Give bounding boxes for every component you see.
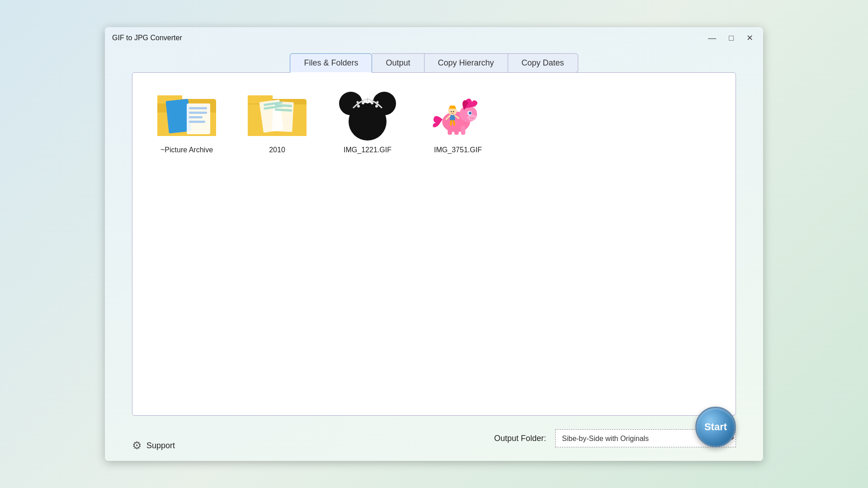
svg-point-40	[467, 115, 476, 121]
svg-point-34	[372, 98, 374, 100]
folder-open-icon	[157, 91, 216, 141]
minimize-button[interactable]: —	[705, 33, 719, 43]
support-area[interactable]: ⚙ Support	[132, 439, 175, 452]
close-button[interactable]: ✕	[744, 33, 756, 43]
svg-point-35	[377, 101, 379, 103]
list-item[interactable]: 2010	[241, 86, 313, 159]
svg-point-33	[366, 95, 369, 98]
svg-point-20	[349, 103, 387, 141]
svg-point-31	[357, 101, 359, 103]
bottom-row: Output Folder: Sibe-by-Side with Origina…	[105, 425, 763, 461]
svg-point-32	[362, 98, 364, 100]
start-button[interactable]: Start	[695, 407, 736, 447]
svg-rect-5	[189, 107, 207, 109]
tab-output[interactable]: Output	[372, 53, 424, 73]
folder-icon	[248, 91, 307, 141]
support-icon: ⚙	[132, 439, 142, 452]
svg-rect-8	[189, 121, 205, 123]
svg-rect-6	[189, 112, 207, 114]
tabs-row: Files & Folders Output Copy Hierarchy Co…	[132, 49, 736, 73]
svg-point-46	[473, 117, 474, 118]
content-area: Files & Folders Output Copy Hierarchy Co…	[105, 49, 763, 425]
tab-files-folders[interactable]: Files & Folders	[290, 53, 372, 73]
svg-line-54	[451, 121, 452, 125]
file-item-label: IMG_1221.GIF	[344, 146, 392, 154]
tab-copy-dates[interactable]: Copy Dates	[508, 53, 578, 73]
file-item-label: ~Picture Archive	[160, 146, 213, 154]
svg-rect-47	[448, 127, 452, 135]
support-label: Support	[146, 441, 175, 450]
svg-rect-48	[454, 127, 459, 135]
svg-rect-49	[461, 126, 466, 135]
svg-point-56	[451, 111, 452, 112]
title-bar: GIF to JPG Converter — □ ✕	[105, 27, 763, 49]
maximize-button[interactable]: □	[726, 33, 736, 43]
gif-mickey-icon	[338, 91, 397, 141]
svg-point-45	[471, 117, 472, 118]
list-item[interactable]: ~Picture Archive	[151, 86, 223, 159]
gif-pony-icon	[429, 91, 487, 141]
window-controls: — □ ✕	[705, 33, 756, 43]
svg-line-55	[453, 121, 454, 125]
main-window: GIF to JPG Converter — □ ✕ Files & Folde…	[105, 27, 763, 461]
window-title: GIF to JPG Converter	[112, 34, 182, 42]
svg-point-57	[453, 111, 454, 112]
file-item-label: IMG_3751.GIF	[434, 146, 482, 154]
svg-rect-7	[189, 116, 203, 118]
svg-rect-51	[450, 115, 455, 121]
list-item[interactable]: IMG_3751.GIF	[422, 86, 494, 159]
svg-point-44	[471, 112, 472, 113]
output-folder-label: Output Folder:	[494, 434, 546, 443]
file-item-label: 2010	[269, 146, 285, 154]
list-item[interactable]: IMG_1221.GIF	[331, 86, 404, 159]
tab-copy-hierarchy[interactable]: Copy Hierarchy	[425, 53, 508, 73]
main-panel: ~Picture Archive	[132, 72, 736, 416]
